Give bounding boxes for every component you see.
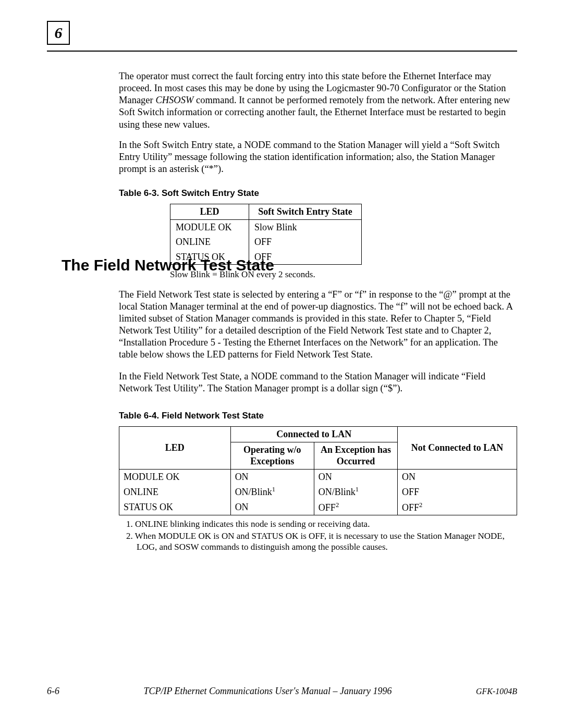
table-6-4-caption: Table 6-4. Field Network Test State (119, 410, 517, 421)
t63-header-state: Soft Switch Entry State (249, 204, 362, 220)
footer-title: TCP/IP Ethernet Communications User's Ma… (59, 685, 476, 697)
table-6-3-caption: Table 6-3. Soft Switch Entry State (119, 188, 517, 199)
table-row: ONLINE OFF (170, 235, 362, 250)
table-cell: ON (314, 469, 397, 484)
chapter-number-box: 6 (47, 21, 70, 45)
table-row: MODULE OKONONON (119, 469, 517, 484)
paragraph-4: In the Field Network Test State, a NODE … (119, 371, 517, 394)
chapter-number: 6 (55, 23, 63, 43)
t64-header-connected: Connected to LAN (230, 427, 397, 442)
table-row: MODULE OK Slow Blink (170, 219, 362, 235)
section-heading: The Field Network Test State (62, 255, 517, 275)
table-cell: ON (230, 500, 314, 515)
footnote-1: 1. ONLINE blinking indicates this node i… (119, 519, 517, 529)
t64-header-led: LED (119, 427, 231, 470)
footer: 6-6 TCP/IP Ethernet Communications User'… (47, 685, 517, 697)
table-cell: OFF2 (398, 500, 517, 515)
paragraph-1: The operator must correct the fault forc… (119, 70, 517, 131)
table-cell: OFF2 (314, 500, 397, 515)
table-6-4: LED Connected to LAN Not Connected to LA… (119, 426, 517, 515)
section-block: The Field Network Test State The Field N… (62, 255, 517, 553)
t63-r2c1: ONLINE (170, 235, 249, 250)
footer-doc-id: GFK-1004B (476, 686, 517, 697)
t64-header-operating: Operating w/o Exceptions (230, 442, 314, 469)
table-cell: OFF (398, 484, 517, 500)
para1-italic: CHSOSW (155, 95, 193, 105)
paragraph-2: In the Soft Switch Entry state, a NODE c… (119, 139, 517, 175)
table-cell: ON/Blink1 (314, 484, 397, 500)
t64-header-notconnected: Not Connected to LAN (398, 427, 517, 470)
table-cell: ONLINE (119, 484, 231, 500)
paragraph-3: The Field Network Test state is selected… (119, 289, 517, 361)
t63-header-led: LED (170, 204, 249, 220)
t63-r2c2: OFF (249, 235, 362, 250)
header-rule (47, 51, 517, 52)
table-row: ONLINEON/Blink1ON/Blink1OFF (119, 484, 517, 500)
t64-footnotes: 1. ONLINE blinking indicates this node i… (119, 519, 517, 552)
table-cell: ON (398, 469, 517, 484)
t63-r1c2: Slow Blink (249, 219, 362, 235)
main-content: The operator must correct the fault forc… (119, 70, 517, 280)
table-cell: STATUS OK (119, 500, 231, 515)
t63-r1c1: MODULE OK (170, 219, 249, 235)
table-cell: ON (230, 469, 314, 484)
t64-header-exception: An Exception has Occurred (314, 442, 397, 469)
footnote-2: 2. When MODULE OK is ON and STATUS OK is… (119, 530, 517, 553)
footer-page-number: 6-6 (47, 685, 59, 697)
table-cell: ON/Blink1 (230, 484, 314, 500)
table-cell: MODULE OK (119, 469, 231, 484)
table-row: STATUS OKONOFF2OFF2 (119, 500, 517, 515)
